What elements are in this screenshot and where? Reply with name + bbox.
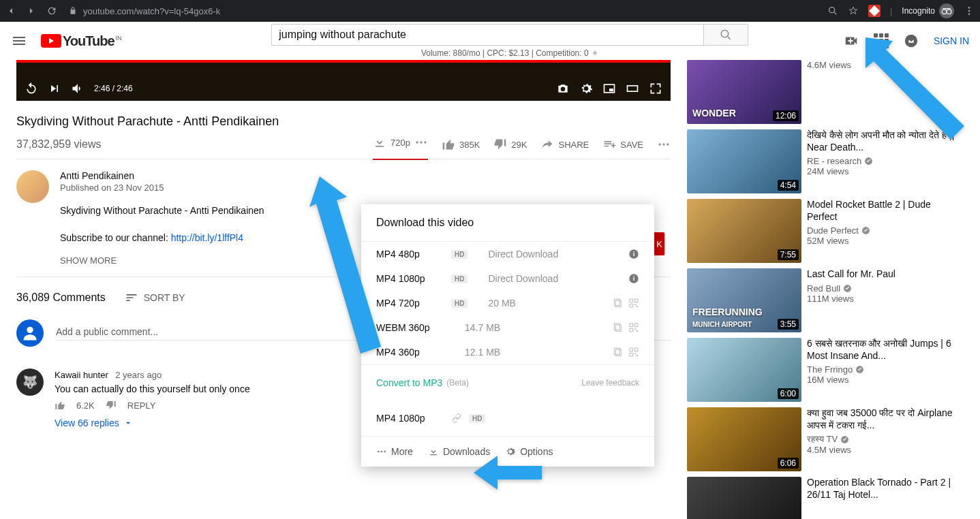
share-button[interactable]: SHARE — [540, 138, 589, 151]
svg-marker-54 — [474, 456, 542, 490]
browser-menu-icon[interactable] — [964, 5, 975, 16]
recommendation-item[interactable]: VEER Operation Black Tornado - Part 2 | … — [687, 477, 964, 519]
download-arrow-icon — [373, 136, 386, 149]
duration-badge: 12:06 — [773, 110, 799, 121]
settings-gear-icon[interactable] — [579, 82, 593, 95]
recommendation-item[interactable]: FREERUNNINGMUNICH AIRPORT3:55 Last Call … — [687, 268, 964, 332]
thumbs-up-icon[interactable] — [55, 400, 65, 411]
qr-icon[interactable] — [628, 298, 639, 309]
browser-reload-icon[interactable] — [46, 5, 57, 16]
annotation-arrow — [866, 37, 968, 149]
svg-point-6 — [968, 13, 970, 15]
create-video-icon[interactable] — [844, 33, 859, 48]
hd-badge: HD — [451, 299, 468, 308]
hd-badge: HD — [469, 414, 485, 423]
verified-badge-icon — [855, 365, 864, 374]
sort-comments-button[interactable]: SORT BY — [125, 291, 185, 304]
progress-bar[interactable] — [16, 60, 671, 63]
video-thumbnail[interactable]: WONDER12:06 — [687, 60, 801, 124]
info-icon[interactable]: i — [628, 249, 639, 260]
video-thumbnail[interactable]: 4:54 — [687, 129, 801, 193]
svg-rect-42 — [637, 330, 638, 332]
download-format-row[interactable]: WEBM 360p 14.7 MB — [361, 315, 654, 340]
like-button[interactable]: 385K — [442, 138, 480, 151]
snapshot-icon[interactable] — [556, 82, 570, 95]
download-format[interactable]: MP4 1080p — [376, 413, 444, 424]
playlist-add-icon — [602, 138, 616, 151]
video-thumbnail[interactable]: 6:06 — [687, 407, 801, 471]
recommendation-views: 111M views — [807, 294, 964, 304]
download-format-row[interactable]: MP4 360p 12.1 MB — [361, 340, 654, 364]
recommendation-channel: Red Bull — [807, 283, 964, 294]
copy-icon[interactable] — [612, 298, 623, 309]
search-button[interactable] — [704, 24, 748, 46]
qr-icon[interactable] — [628, 322, 639, 333]
hd-badge: HD — [451, 250, 468, 259]
comment-author[interactable]: Kawaii hunter — [55, 370, 108, 380]
download-button[interactable]: 720p — [373, 136, 428, 160]
svg-rect-46 — [634, 348, 638, 351]
theater-icon[interactable] — [626, 82, 639, 95]
youtube-logo[interactable]: YouTube IN — [41, 33, 122, 49]
replay-icon[interactable] — [25, 82, 38, 95]
svg-rect-44 — [615, 349, 621, 356]
zoom-icon[interactable] — [827, 5, 838, 16]
user-avatar-icon — [16, 319, 44, 347]
recommendation-item[interactable]: 7:55 Model Rocket Battle 2 | Dude Perfec… — [687, 199, 964, 263]
seo-metrics: Volume: 880/mo | CPC: $2.13 | Competitio… — [421, 48, 599, 58]
download-format-row[interactable]: MP4 480p HD Direct Download i — [361, 242, 654, 266]
hamburger-menu-icon[interactable] — [11, 33, 27, 49]
recommendation-item[interactable]: 6:06 क्या हुवा जब 35000 फीट पर दो Airpla… — [687, 407, 964, 471]
thumbs-down-icon[interactable] — [106, 400, 117, 411]
qr-icon[interactable] — [628, 347, 639, 358]
verified-badge-icon — [861, 226, 870, 235]
video-player[interactable]: 2:46 / 2:46 — [16, 60, 671, 101]
reply-button[interactable]: REPLY — [127, 400, 156, 411]
extension-icon[interactable] — [868, 5, 881, 17]
description-link[interactable]: http://bit.ly/1lffPl4 — [171, 232, 243, 243]
video-thumbnail[interactable]: 6:00 — [687, 338, 801, 402]
fullscreen-icon[interactable] — [649, 82, 662, 95]
svg-rect-36 — [614, 324, 619, 330]
browser-back-icon[interactable] — [5, 5, 16, 16]
recommendation-item[interactable]: 6:00 6 सबसे खतरनाक और अनोखी Jumps | 6 Mo… — [687, 338, 964, 402]
download-format-row[interactable]: MP4 720p HD 20 MB — [361, 291, 654, 315]
commenter-avatar[interactable]: 🐺 — [16, 368, 44, 396]
video-thumbnail[interactable]: VEER — [687, 477, 801, 519]
video-thumbnail[interactable]: FREERUNNINGMUNICH AIRPORT3:55 — [687, 268, 801, 332]
address-bar[interactable]: youtube.com/watch?v=lq-54gox6-k — [68, 6, 827, 16]
download-meta: 12.1 MB — [465, 347, 605, 358]
comment-time: 2 years ago — [115, 370, 162, 380]
duration-badge: 4:54 — [778, 180, 799, 191]
leave-feedback-link[interactable]: Leave feedback — [581, 378, 639, 388]
miniplayer-icon[interactable] — [602, 82, 616, 95]
svg-rect-43 — [614, 348, 619, 354]
svg-point-18 — [667, 143, 669, 145]
more-menu-button[interactable]: More — [376, 446, 413, 457]
download-format-row[interactable]: MP4 1080p HD Direct Download i — [361, 266, 654, 291]
bookmark-star-icon[interactable] — [848, 5, 859, 16]
svg-rect-40 — [630, 328, 633, 332]
download-meta: Direct Download — [488, 249, 622, 260]
incognito-indicator: Incognito — [902, 3, 954, 18]
next-icon[interactable] — [48, 82, 61, 95]
save-button[interactable]: SAVE — [602, 138, 643, 151]
svg-rect-12 — [628, 86, 638, 91]
video-thumbnail[interactable]: 7:55 — [687, 199, 801, 263]
copy-icon[interactable] — [612, 347, 623, 358]
recommendation-views: 52M views — [807, 236, 964, 246]
channel-avatar[interactable] — [16, 170, 49, 203]
svg-point-15 — [424, 141, 426, 143]
copy-icon[interactable] — [612, 322, 623, 333]
more-actions-icon[interactable] — [657, 138, 671, 151]
dislike-button[interactable]: 29K — [493, 138, 527, 151]
volume-icon[interactable] — [71, 82, 85, 95]
info-icon[interactable]: i — [628, 273, 639, 284]
search-input[interactable] — [271, 24, 704, 46]
browser-forward-icon[interactable] — [26, 5, 37, 16]
svg-point-7 — [721, 30, 729, 37]
svg-rect-11 — [609, 89, 613, 91]
thumbs-up-icon — [442, 138, 455, 151]
lock-icon — [68, 6, 78, 16]
recommendation-channel: रहस्य TV — [807, 434, 964, 445]
